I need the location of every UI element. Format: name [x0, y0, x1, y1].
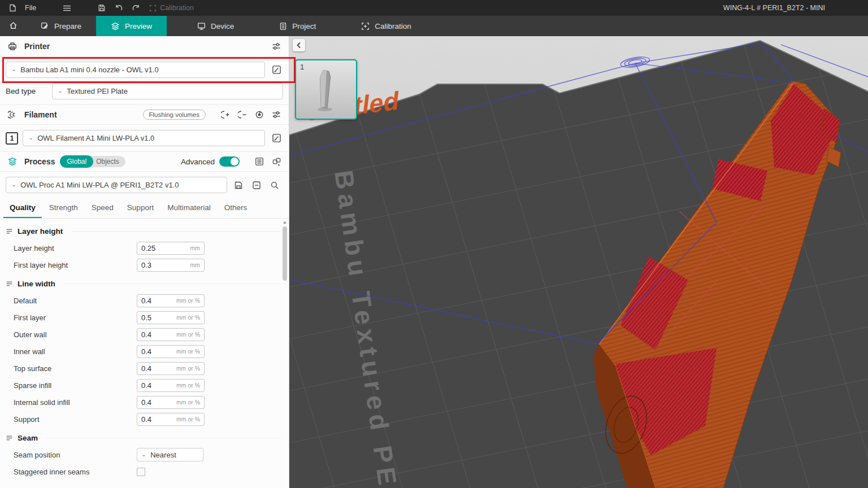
setting-input-layer-height[interactable]: 0.25mm: [137, 242, 205, 255]
printer-preset-select[interactable]: ⌄ Bambu Lab A1 mini 0.4 nozzle - OWL v1.…: [6, 62, 265, 78]
scope-global-option[interactable]: Global: [60, 155, 93, 168]
project-icon: [279, 22, 287, 30]
edit-printer-preset-icon[interactable]: [270, 63, 283, 77]
process-tab-quality[interactable]: Quality: [3, 198, 42, 218]
objects-list-icon[interactable]: [253, 155, 266, 168]
section-icon: [5, 433, 14, 442]
setting-row-staggered-inner-seams: Staggered inner seams: [0, 463, 289, 480]
setting-unit: mm or %: [176, 399, 200, 406]
process-tabs: QualityStrengthSpeedSupportMultimaterial…: [0, 198, 289, 219]
compare-presets-icon[interactable]: [270, 155, 283, 168]
setting-value: 0.4: [141, 347, 176, 356]
setting-value: 0.4: [141, 398, 176, 407]
process-tab-others[interactable]: Others: [218, 198, 254, 218]
remove-filament-icon[interactable]: [236, 108, 249, 121]
setting-label: Layer height: [14, 244, 137, 252]
process-icon: [6, 155, 19, 168]
setting-checkbox-staggered-inner-seams[interactable]: [137, 468, 145, 476]
setting-unit: mm or %: [176, 348, 200, 355]
setting-unit: mm or %: [176, 314, 200, 321]
setting-unit: mm or %: [176, 416, 200, 422]
filament-section-title: Filament: [24, 110, 57, 119]
setting-input-sparse-infill[interactable]: 0.4mm or %: [137, 379, 205, 392]
tab-device[interactable]: Device: [183, 16, 249, 36]
filament-slot-number[interactable]: 1: [6, 132, 18, 145]
setting-input-inner-wall[interactable]: 0.4mm or %: [137, 345, 205, 358]
advanced-toggle[interactable]: [219, 156, 240, 167]
setting-label: Default: [14, 297, 137, 305]
settings-section-layer-height: Layer heightLayer height0.25mmFirst laye…: [0, 221, 289, 273]
process-tab-strength[interactable]: Strength: [43, 198, 84, 218]
setting-value: 0.25: [141, 244, 190, 252]
edit-filament-preset-icon[interactable]: [270, 132, 283, 145]
setting-input-first-layer[interactable]: 0.5mm or %: [137, 311, 205, 324]
process-tab-multimaterial[interactable]: Multimaterial: [161, 198, 217, 218]
process-scope-toggle: Global Objects: [60, 155, 125, 168]
titlebar: File Calibration WING-4-L # PERI1_B2T2 -…: [0, 0, 868, 16]
setting-row-first-layer: First layer0.5mm or %: [0, 309, 289, 326]
setting-unit: mm or %: [176, 297, 200, 304]
process-section-title: Process: [24, 157, 55, 166]
menu-list-icon[interactable]: [60, 2, 73, 14]
delete-preset-icon[interactable]: [250, 178, 263, 192]
ams-filament-icon[interactable]: [253, 108, 266, 121]
setting-label: Outer wall: [14, 330, 137, 339]
save-icon[interactable]: [95, 2, 108, 14]
process-tab-support[interactable]: Support: [121, 198, 160, 218]
setting-input-outer-wall[interactable]: 0.4mm or %: [137, 328, 205, 341]
scroll-up-arrow[interactable]: ▲: [283, 220, 287, 225]
setting-unit: mm or %: [176, 365, 200, 372]
setting-unit: mm: [190, 245, 201, 251]
setting-value: 0.4: [141, 330, 176, 339]
setting-select-seam-position[interactable]: ⌄Nearest: [137, 448, 203, 461]
setting-input-top-surface[interactable]: 0.4mm or %: [137, 362, 205, 375]
calibration-icon: [361, 22, 370, 30]
sidebar: Printer ⌄ Bambu Lab A1 mini 0.4 nozzle -…: [0, 36, 289, 488]
setting-input-default[interactable]: 0.4mm or %: [137, 294, 205, 307]
process-tab-speed[interactable]: Speed: [85, 198, 120, 218]
tab-prepare[interactable]: Prepare: [26, 16, 96, 36]
document-title: WING-4-L # PERI1_B2T2 - MINI: [723, 4, 825, 12]
process-section-header: Process Global Objects Advanced: [0, 151, 289, 172]
plate-thumbnail[interactable]: 1: [295, 59, 357, 120]
tab-preview[interactable]: Preview: [96, 16, 167, 36]
filament-preset-select[interactable]: ⌄ OWL Filament A1 Mini LW-PLA v1.0: [23, 130, 265, 146]
printer-settings-icon[interactable]: [270, 40, 283, 53]
main-tabbar: Prepare Preview Device Project Calibrati…: [0, 16, 868, 36]
setting-value: 0.3: [141, 261, 190, 269]
viewport-3d[interactable]: Bambu Textured PEI: [289, 36, 868, 488]
section-title: Layer height: [18, 227, 63, 236]
save-preset-icon[interactable]: [232, 178, 245, 192]
bed-type-select[interactable]: ⌄ Textured PEI Plate: [52, 83, 283, 99]
setting-label: Staggered inner seams: [14, 468, 137, 476]
setting-row-default: Default0.4mm or %: [0, 292, 289, 309]
setting-label: Sparse infill: [14, 381, 137, 390]
setting-input-first-layer-height[interactable]: 0.3mm: [137, 259, 205, 272]
process-preset-select[interactable]: ⌄ OWL Proc A1 Mini LW-PLA @ PERI1_B2T2 v…: [6, 177, 227, 193]
flushing-volumes-button[interactable]: Flushing volumes: [143, 110, 206, 120]
search-settings-icon[interactable]: [268, 178, 281, 192]
section-title: Seam: [18, 434, 38, 442]
tab-calibration[interactable]: Calibration: [346, 16, 426, 36]
redo-icon[interactable]: [129, 2, 142, 14]
setting-row-top-surface: Top surface0.4mm or %: [0, 360, 289, 377]
setting-input-support[interactable]: 0.4mm or %: [137, 413, 205, 426]
tab-project[interactable]: Project: [264, 16, 331, 36]
setting-unit: mm: [190, 262, 201, 268]
chevron-down-icon: ⌄: [28, 134, 33, 141]
setting-label: First layer: [14, 313, 137, 322]
setting-input-internal-solid-infill[interactable]: 0.4mm or %: [137, 396, 205, 409]
undo-icon[interactable]: [112, 2, 125, 14]
setting-unit: mm or %: [176, 331, 200, 338]
add-filament-icon[interactable]: [219, 108, 232, 121]
filament-settings-icon[interactable]: [270, 108, 283, 121]
filament-icon: [6, 108, 19, 121]
file-menu[interactable]: File: [23, 4, 38, 12]
setting-row-support: Support0.4mm or %: [0, 411, 289, 428]
collapse-sidebar-button[interactable]: [293, 39, 305, 51]
scrollbar-thumb[interactable]: [283, 226, 287, 281]
filament-section-header: Filament Flushing volumes: [0, 104, 289, 125]
printer-section-header: Printer: [0, 36, 289, 56]
home-button[interactable]: [0, 16, 26, 36]
setting-label: First layer height: [14, 261, 137, 269]
